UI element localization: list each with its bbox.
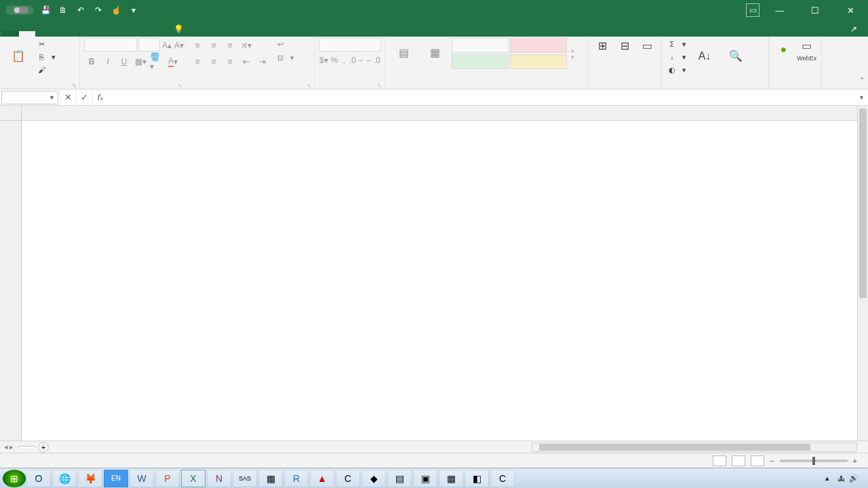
clear-button[interactable]: ◐ ▾ xyxy=(666,64,688,76)
style-good[interactable] xyxy=(452,54,509,69)
font-color-icon[interactable]: A▾ xyxy=(165,54,180,69)
sort-filter-button[interactable]: A↓ xyxy=(690,38,719,76)
sheet-nav-first-icon[interactable]: ◂ xyxy=(4,443,8,451)
tell-me-search[interactable]: 💡 xyxy=(171,22,189,37)
taskbar-onenote-icon[interactable]: N xyxy=(207,470,231,487)
taskbar-lang-icon[interactable]: EN xyxy=(104,470,128,487)
delete-cells-button[interactable]: ⊟ xyxy=(615,38,635,56)
launcher-icon[interactable]: ⤡ xyxy=(72,83,77,89)
tab-addins[interactable] xyxy=(149,31,165,37)
row-headers[interactable] xyxy=(0,121,22,441)
minimize-button[interactable]: — xyxy=(765,0,795,20)
format-as-table-button[interactable]: ▦ xyxy=(420,38,449,69)
taskbar-app7-icon[interactable]: ◧ xyxy=(465,470,489,487)
launcher-icon[interactable]: ⤡ xyxy=(377,83,382,89)
collapse-ribbon-icon[interactable]: ˄ xyxy=(860,77,864,86)
bold-icon[interactable]: B xyxy=(84,54,99,69)
save-icon-2[interactable]: 🗎 xyxy=(57,4,69,16)
webex-btn2[interactable]: ▭WebEx xyxy=(797,38,818,62)
zoom-thumb[interactable] xyxy=(812,457,815,465)
insert-function-button[interactable]: fₓ xyxy=(92,89,108,106)
vertical-scrollbar[interactable] xyxy=(857,106,868,441)
start-button[interactable]: ⊞ xyxy=(3,470,26,487)
tab-review[interactable] xyxy=(117,31,133,37)
tab-formulas[interactable] xyxy=(84,31,100,37)
undo-icon[interactable]: ↶ xyxy=(75,4,87,16)
page-break-view-icon[interactable] xyxy=(751,455,764,466)
cut-button[interactable]: ✂ xyxy=(35,38,57,50)
merge-center-button[interactable]: ⊟ ▾ xyxy=(274,52,296,64)
align-left-icon[interactable]: ≡ xyxy=(190,54,205,69)
style-bad[interactable] xyxy=(510,38,567,53)
expand-formula-bar-icon[interactable]: ▾ xyxy=(854,94,868,101)
share-file-button[interactable]: ● xyxy=(773,38,794,62)
save-icon[interactable]: 💾 xyxy=(39,4,52,16)
launcher-icon[interactable]: ⤡ xyxy=(178,83,182,89)
style-neutral[interactable] xyxy=(510,54,567,69)
spreadsheet-grid[interactable] xyxy=(0,106,868,441)
tab-view[interactable] xyxy=(133,31,149,37)
number-format-select[interactable] xyxy=(319,38,381,52)
tab-data[interactable] xyxy=(100,31,117,37)
cells-area[interactable] xyxy=(22,121,857,441)
increase-indent-icon[interactable]: ⇥ xyxy=(255,54,270,69)
tray-volume-icon[interactable]: 🔊 xyxy=(849,474,859,483)
wrap-text-button[interactable]: ↩ xyxy=(274,38,296,50)
percent-icon[interactable]: % xyxy=(330,53,339,68)
add-sheet-button[interactable]: + xyxy=(38,442,49,453)
decrease-indent-icon[interactable]: ⇤ xyxy=(239,54,254,69)
scrollbar-thumb[interactable] xyxy=(859,108,867,298)
hscroll-thumb[interactable] xyxy=(539,444,810,451)
launcher-icon[interactable]: ⤡ xyxy=(307,83,311,89)
sheet-tab-1[interactable] xyxy=(18,446,35,448)
taskbar-chrome-icon[interactable]: 🌐 xyxy=(52,470,77,487)
italic-icon[interactable]: I xyxy=(100,54,115,69)
taskbar-app4-icon[interactable]: ▤ xyxy=(387,470,412,487)
insert-cells-button[interactable]: ⊞ xyxy=(593,38,612,56)
fill-color-icon[interactable]: 🪣▾ xyxy=(149,54,164,69)
horizontal-scrollbar[interactable] xyxy=(532,443,857,452)
align-bottom-icon[interactable]: ≡ xyxy=(222,38,237,53)
increase-decimal-icon[interactable]: .0→ xyxy=(349,53,364,68)
styles-more-icon[interactable]: ▴▾ xyxy=(570,38,576,69)
decrease-decimal-icon[interactable]: ←.0 xyxy=(366,53,380,68)
cancel-formula-button[interactable]: ✕ xyxy=(60,89,76,106)
close-button[interactable]: ✕ xyxy=(835,0,865,20)
qat-more-icon[interactable]: ▾ xyxy=(127,4,140,16)
tab-draw[interactable] xyxy=(52,31,68,37)
underline-icon[interactable]: U xyxy=(117,54,132,69)
name-box[interactable]: ▼ xyxy=(1,91,58,104)
format-cells-button[interactable]: ▭ xyxy=(637,38,657,56)
align-center-icon[interactable]: ≡ xyxy=(206,54,221,69)
taskbar-outlook-icon[interactable]: O xyxy=(26,470,51,487)
taskbar-app5-icon[interactable]: ▣ xyxy=(413,470,437,487)
zoom-in-icon[interactable]: + xyxy=(853,457,857,465)
taskbar-app3-icon[interactable]: ◆ xyxy=(361,470,386,487)
autosave-toggle[interactable] xyxy=(5,5,34,15)
orientation-icon[interactable]: ⤭▾ xyxy=(239,38,254,53)
font-size-input[interactable] xyxy=(138,38,160,52)
autosum-button[interactable]: Σ ▾ xyxy=(666,38,688,50)
page-layout-view-icon[interactable] xyxy=(732,455,745,466)
tab-file[interactable] xyxy=(3,31,19,37)
shrink-font-icon[interactable]: A▾ xyxy=(174,38,184,53)
tray-network-icon[interactable]: 🖧 xyxy=(837,474,845,483)
share-button[interactable]: ↗ xyxy=(842,22,868,37)
tab-page-layout[interactable] xyxy=(68,31,84,37)
taskbar-app6-icon[interactable]: ▦ xyxy=(439,470,463,487)
taskbar-r-icon[interactable]: R xyxy=(284,470,309,487)
tab-insert[interactable] xyxy=(35,31,52,37)
normal-view-icon[interactable] xyxy=(713,455,726,466)
comma-icon[interactable]: , xyxy=(340,53,348,68)
taskbar-app8-icon[interactable]: C xyxy=(490,470,515,487)
redo-icon[interactable]: ↷ xyxy=(92,4,104,16)
conditional-formatting-button[interactable]: ▤ xyxy=(389,38,418,69)
taskbar-excel-icon[interactable]: X xyxy=(181,470,205,487)
taskbar-app2-icon[interactable]: C xyxy=(336,470,360,487)
zoom-out-icon[interactable]: − xyxy=(770,457,774,465)
align-right-icon[interactable]: ≡ xyxy=(222,54,237,69)
enter-formula-button[interactable]: ✓ xyxy=(76,89,92,106)
font-name-input[interactable] xyxy=(84,38,137,52)
style-normal[interactable] xyxy=(452,38,509,53)
borders-icon[interactable]: ▦▾ xyxy=(133,54,148,69)
